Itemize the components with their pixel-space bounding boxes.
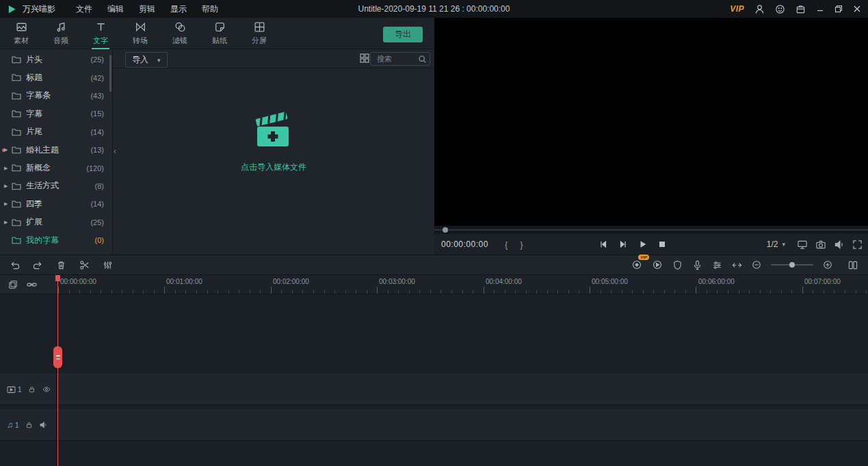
- advanced-edit-icon[interactable]: [103, 260, 113, 270]
- sidebar-item-wedding[interactable]: ▶ 婚礼主题 (13): [0, 141, 112, 159]
- menu-view[interactable]: 显示: [170, 3, 187, 15]
- user-account-icon[interactable]: [754, 4, 765, 14]
- ruler-label: 00:00:00:00: [60, 278, 96, 285]
- tab-sticker[interactable]: 贴纸: [200, 18, 239, 49]
- mute-speaker-icon[interactable]: [39, 421, 48, 429]
- previous-frame-icon[interactable]: [599, 240, 608, 249]
- timeline-ruler[interactable]: 00:00:00:00 00:01:00:00 00:02:00:00 00:0…: [56, 275, 868, 294]
- stop-icon[interactable]: [658, 240, 666, 248]
- tab-filter[interactable]: 滤镜: [160, 18, 200, 49]
- expand-caret-icon[interactable]: ▶: [4, 220, 8, 225]
- eye-visibility-icon[interactable]: [42, 385, 51, 393]
- sidebar-item-subtitles[interactable]: 字幕 (15): [0, 105, 112, 122]
- seekbar-handle[interactable]: [443, 227, 448, 233]
- track-header-divider: [56, 294, 57, 466]
- playhead-line[interactable]: [57, 275, 58, 466]
- media-manager-icon[interactable]: [8, 280, 18, 289]
- expand-caret-icon[interactable]: ▶: [4, 147, 8, 153]
- video-track[interactable]: [0, 374, 868, 405]
- tab-transition[interactable]: 转场: [120, 18, 160, 49]
- search-input[interactable]: [376, 54, 418, 64]
- sidebar-item-openers[interactable]: 片头 (25): [0, 51, 112, 68]
- timeline-red-handle[interactable]: [53, 346, 62, 368]
- zoom-out-icon[interactable]: [752, 260, 761, 270]
- timeline-zoom-slider[interactable]: [771, 264, 813, 266]
- tab-audio[interactable]: 音频: [41, 18, 81, 49]
- tab-media[interactable]: 素材: [1, 18, 41, 49]
- timeline-tracks-area[interactable]: 1 ♫ 1: [0, 294, 868, 466]
- snapshot-camera-icon[interactable]: [815, 240, 826, 250]
- video-track-header: 1: [0, 374, 56, 405]
- sidebar-item-lower-thirds[interactable]: 字幕条 (43): [0, 87, 112, 105]
- audio-mixer-icon[interactable]: [712, 260, 722, 270]
- menu-edit[interactable]: 编辑: [107, 3, 124, 15]
- close-button[interactable]: [853, 5, 861, 13]
- motion-tracking-icon[interactable]: [652, 259, 663, 270]
- delete-trash-icon[interactable]: [56, 260, 66, 270]
- split-scissors-icon[interactable]: [79, 260, 90, 270]
- ripple-edit-icon[interactable]: [732, 260, 742, 270]
- store-icon[interactable]: [795, 4, 806, 14]
- preview-quality-dropdown[interactable]: 1/2 ▾: [767, 240, 785, 249]
- menu-clip[interactable]: 剪辑: [139, 3, 155, 15]
- menu-help[interactable]: 帮助: [202, 3, 218, 15]
- expand-caret-icon[interactable]: ▶: [4, 183, 8, 189]
- zoom-in-icon[interactable]: [823, 260, 832, 270]
- ruler-label: 00:02:00:00: [273, 278, 309, 285]
- playhead-head[interactable]: [55, 275, 60, 281]
- sidebar-item-lifestyle[interactable]: ▶ 生活方式 (8): [0, 177, 112, 195]
- empty-state-text[interactable]: 点击导入媒体文件: [241, 161, 306, 173]
- feedback-icon[interactable]: [775, 4, 785, 14]
- export-button[interactable]: 导出: [383, 27, 423, 42]
- folder-icon: [12, 236, 21, 244]
- sidebar-item-end-credits[interactable]: 片尾 (14): [0, 123, 112, 141]
- tab-label: 转场: [133, 36, 148, 46]
- marker-icon[interactable]: [672, 260, 683, 270]
- play-icon[interactable]: [638, 240, 648, 249]
- display-device-icon[interactable]: [797, 240, 808, 250]
- ruler-label: 00:05:00:00: [592, 278, 628, 285]
- redo-icon[interactable]: [33, 260, 43, 270]
- undo-icon[interactable]: [10, 260, 20, 270]
- folder-icon: [12, 146, 21, 154]
- sidebar-item-my-subtitles[interactable]: 我的字幕 (0): [0, 231, 112, 249]
- expand-caret-icon[interactable]: ▶: [4, 166, 8, 171]
- splitscreen-icon: [254, 21, 265, 33]
- link-icon[interactable]: [27, 281, 37, 289]
- audio-track[interactable]: [0, 409, 868, 441]
- volume-icon[interactable]: [834, 240, 845, 250]
- tab-splitscreen[interactable]: 分屏: [239, 18, 279, 49]
- preview-seekbar[interactable]: [434, 226, 868, 234]
- import-dropdown[interactable]: 导入 ▾: [125, 52, 168, 68]
- vip-label[interactable]: VIP: [730, 4, 744, 14]
- keyframe-icon[interactable]: VIP: [631, 259, 642, 270]
- voiceover-mic-icon[interactable]: [692, 260, 702, 270]
- mark-in-brace[interactable]: {: [505, 240, 508, 250]
- maximize-button[interactable]: [834, 5, 843, 13]
- next-frame-icon[interactable]: [618, 240, 628, 249]
- preview-screen[interactable]: [434, 18, 868, 226]
- track-manager-icon[interactable]: [847, 260, 858, 270]
- sidebar-item-titles[interactable]: 标题 (42): [0, 68, 112, 86]
- lock-icon[interactable]: [28, 385, 36, 393]
- chevron-down-icon: ▾: [782, 241, 785, 248]
- seekbar-track[interactable]: [434, 229, 868, 231]
- sidebar-item-extensions[interactable]: ▶ 扩展 (25): [0, 213, 112, 231]
- zoom-slider-knob[interactable]: [789, 262, 795, 268]
- minimize-button[interactable]: [816, 5, 824, 13]
- empty-media-state[interactable]: 点击导入媒体文件: [113, 108, 434, 173]
- ruler-label: 00:01:00:00: [166, 278, 202, 285]
- sidebar-scrollbar[interactable]: [109, 55, 111, 92]
- lock-icon[interactable]: [25, 421, 33, 429]
- panel-collapse-arrow-icon[interactable]: ‹: [114, 146, 116, 156]
- sidebar-item-seasons[interactable]: ▶ 四季 (14): [0, 195, 112, 213]
- menu-file[interactable]: 文件: [76, 3, 92, 15]
- grid-view-icon[interactable]: [360, 53, 369, 63]
- fullscreen-icon[interactable]: [852, 240, 863, 250]
- sidebar-item-new-concept[interactable]: ▶ 新概念 (120): [0, 159, 112, 177]
- preview-timecode[interactable]: 00:00:00:00: [441, 240, 488, 249]
- mark-out-brace[interactable]: }: [520, 240, 523, 250]
- expand-caret-icon[interactable]: ▶: [4, 201, 8, 207]
- tab-text[interactable]: 文字: [81, 18, 120, 49]
- search-icon[interactable]: [418, 55, 427, 64]
